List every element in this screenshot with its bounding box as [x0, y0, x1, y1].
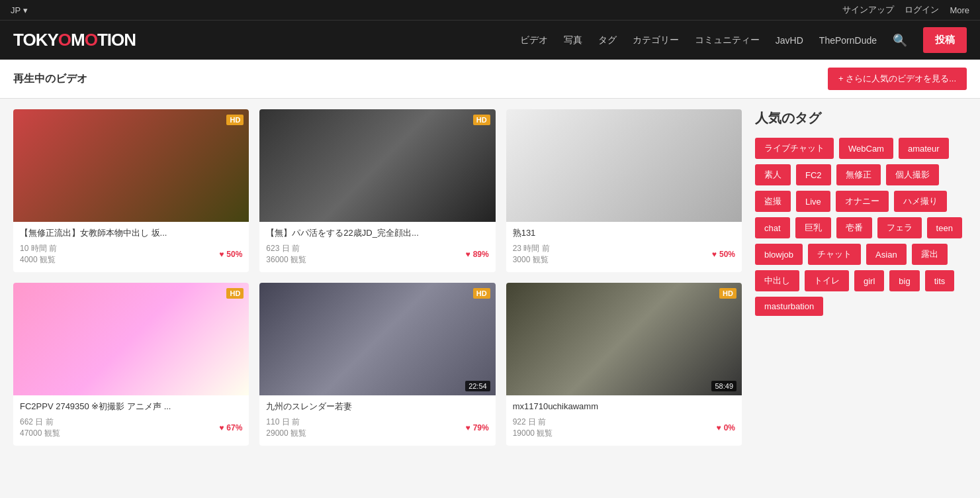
header: TOKYOMOTION ビデオ 写真 タグ カテゴリー コミュニティー JavH… [0, 20, 980, 60]
logo[interactable]: TOKYOMOTION [13, 30, 136, 50]
nav-photo[interactable]: 写真 [564, 34, 582, 46]
video-rating: 50% [719, 250, 735, 259]
tag-button[interactable]: chat [755, 217, 790, 238]
tag-button[interactable]: girl [854, 270, 884, 291]
video-meta: 623 日 前 36000 観覧 ♥ 89% [266, 243, 488, 266]
search-button[interactable]: 🔍 [893, 33, 907, 48]
video-stats: ♥ 0% [717, 423, 735, 432]
video-info: 熟131 23 時間 前 3000 観覧 ♥ 50% [506, 222, 742, 272]
tag-button[interactable]: WebCam [839, 138, 893, 159]
tag-button[interactable]: フェラ [877, 217, 922, 238]
video-views: 3000 観覧 [513, 254, 550, 266]
hd-badge: HD [226, 115, 244, 125]
video-thumbnail: HD58:49 [506, 283, 742, 395]
tag-button[interactable]: 盗撮 [755, 191, 791, 212]
video-time: 662 日 前 [20, 417, 60, 428]
video-time-views: 10 時間 前 4000 観覧 [20, 243, 57, 266]
video-time-views: 23 時間 前 3000 観覧 [513, 243, 550, 266]
tag-button[interactable]: FC2 [796, 164, 831, 185]
tag-button[interactable]: トイレ [805, 270, 849, 291]
tag-button[interactable]: ライブチャット [755, 138, 834, 159]
tag-button[interactable]: 巨乳 [795, 217, 831, 238]
video-rating: 50% [226, 250, 242, 259]
nav-javhd[interactable]: JavHD [776, 35, 803, 46]
video-title: mx11710uchikawamm [513, 401, 735, 413]
tag-button[interactable]: 壱番 [836, 217, 872, 238]
video-views: 47000 観覧 [20, 428, 60, 439]
hd-badge: HD [473, 115, 490, 125]
tag-button[interactable]: チャット [808, 244, 861, 265]
more-videos-button[interactable]: + さらに人気のビデオを見る... [828, 68, 967, 90]
nav-video[interactable]: ビデオ [520, 34, 548, 46]
video-rating: 0% [724, 423, 735, 432]
video-info: 【無修正流出】女教師本物中出し 坂... 10 時間 前 4000 観覧 ♥ 5… [13, 222, 249, 272]
sub-header: 再生中のビデオ + さらに人気のビデオを見る... [0, 60, 980, 99]
login-link[interactable]: ログイン [905, 4, 939, 16]
video-info: FC2PPV 2749350 ※初撮影 アニメ声 ... 662 日 前 470… [13, 395, 249, 446]
chevron-down-icon: ▾ [23, 5, 28, 15]
video-title: 熟131 [513, 227, 735, 239]
heart-icon: ♥ [466, 423, 470, 432]
tag-button[interactable]: 露出 [912, 244, 948, 265]
video-card[interactable]: HD22:54 九州のスレンダー若妻 110 日 前 29000 観覧 ♥ 79… [259, 283, 495, 446]
nav-community[interactable]: コミュニティー [695, 34, 760, 46]
video-card[interactable]: HD58:49 mx11710uchikawamm 922 日 前 19000 … [506, 283, 742, 446]
heart-icon: ♥ [219, 250, 224, 259]
video-rating: 67% [226, 423, 242, 432]
tag-button[interactable]: 無修正 [836, 164, 881, 185]
main-nav: ビデオ 写真 タグ カテゴリー コミュニティー JavHD ThePornDud… [520, 27, 967, 53]
nav-tag[interactable]: タグ [598, 34, 617, 46]
video-title: 九州のスレンダー若妻 [266, 401, 488, 413]
video-card[interactable]: HD 【無修正流出】女教師本物中出し 坂... 10 時間 前 4000 観覧 … [13, 109, 249, 272]
video-meta: 662 日 前 47000 観覧 ♥ 67% [20, 417, 242, 439]
video-thumbnail [506, 109, 742, 222]
video-title: 【無】パパ活をする22歳JD_完全顔出... [266, 227, 488, 239]
top-bar-right: サインアップ ログイン More [842, 4, 969, 16]
video-info: 【無】パパ活をする22歳JD_完全顔出... 623 日 前 36000 観覧 … [259, 222, 495, 272]
tag-button[interactable]: オナニー [836, 191, 889, 212]
more-link[interactable]: More [950, 5, 969, 15]
nav-category[interactable]: カテゴリー [633, 34, 679, 46]
video-time: 110 日 前 [266, 417, 306, 428]
video-card[interactable]: HD FC2PPV 2749350 ※初撮影 アニメ声 ... 662 日 前 … [13, 283, 249, 446]
video-meta: 922 日 前 19000 観覧 ♥ 0% [513, 417, 735, 439]
language-label: JP [11, 5, 21, 15]
post-button[interactable]: 投稿 [923, 27, 967, 53]
tag-button[interactable]: big [889, 270, 919, 291]
video-views: 19000 観覧 [513, 428, 553, 439]
video-time-views: 623 日 前 36000 観覧 [266, 243, 306, 266]
video-card[interactable]: 熟131 23 時間 前 3000 観覧 ♥ 50% [506, 109, 742, 272]
video-stats: ♥ 50% [219, 250, 242, 259]
video-time-views: 922 日 前 19000 観覧 [513, 417, 553, 439]
video-thumbnail: HD [13, 109, 249, 222]
page-title: 再生中のビデオ [13, 72, 87, 86]
tag-grid: ライブチャットWebCamamateur素人FC2無修正個人撮影盗撮Liveオナ… [755, 138, 967, 316]
sidebar-title: 人気のタグ [755, 109, 967, 127]
tag-button[interactable]: Live [796, 191, 830, 212]
tag-button[interactable]: 素人 [755, 164, 791, 185]
heart-icon: ♥ [466, 250, 470, 259]
video-thumbnail: HD [259, 109, 495, 222]
tag-button[interactable]: teen [927, 217, 962, 238]
tag-button[interactable]: tits [925, 270, 955, 291]
signup-link[interactable]: サインアップ [842, 4, 894, 16]
nav-theporndude[interactable]: ThePornDude [819, 35, 877, 46]
heart-icon: ♥ [219, 423, 224, 432]
tag-button[interactable]: ハメ撮り [894, 191, 947, 212]
tag-button[interactable]: Asian [866, 244, 907, 265]
tag-button[interactable]: 中出し [755, 270, 799, 291]
video-rating: 89% [473, 250, 489, 259]
video-time-views: 110 日 前 29000 観覧 [266, 417, 306, 439]
video-meta: 10 時間 前 4000 観覧 ♥ 50% [20, 243, 242, 266]
video-card[interactable]: HD 【無】パパ活をする22歳JD_完全顔出... 623 日 前 36000 … [259, 109, 495, 272]
tag-button[interactable]: masturbation [755, 297, 823, 316]
video-title: 【無修正流出】女教師本物中出し 坂... [20, 227, 242, 239]
video-views: 29000 観覧 [266, 428, 306, 439]
tag-button[interactable]: 個人撮影 [886, 164, 939, 185]
tag-button[interactable]: blowjob [755, 244, 803, 265]
video-stats: ♥ 89% [466, 250, 489, 259]
tag-button[interactable]: amateur [899, 138, 949, 159]
video-stats: ♥ 50% [712, 250, 735, 259]
language-selector[interactable]: JP ▾ [11, 5, 28, 15]
video-rating: 79% [473, 423, 489, 432]
